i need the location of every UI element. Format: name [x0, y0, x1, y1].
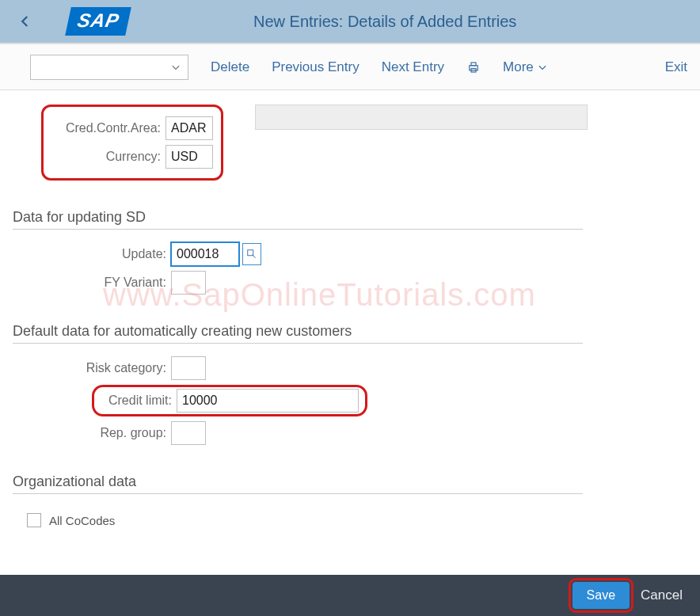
chevron-down-icon: [537, 62, 548, 73]
description-display: [255, 105, 588, 130]
print-button[interactable]: [466, 60, 481, 74]
section-default-title: Default data for automatically creating …: [13, 323, 583, 344]
toolbar: Delete Previous Entry Next Entry More Ex…: [0, 44, 700, 90]
section-sd-title: Data for updating SD: [13, 209, 583, 230]
fy-variant-label: FY Variant:: [10, 276, 171, 290]
footer-bar: Save Cancel: [0, 575, 700, 616]
more-button[interactable]: More: [503, 59, 548, 75]
chevron-left-icon: [18, 14, 32, 29]
currency-input[interactable]: [165, 145, 213, 169]
risk-category-label: Risk category:: [10, 361, 171, 375]
search-help-icon: [246, 249, 257, 260]
next-entry-button[interactable]: Next Entry: [382, 59, 444, 75]
currency-label: Currency:: [47, 150, 165, 164]
delete-button[interactable]: Delete: [211, 59, 249, 75]
back-button[interactable]: [11, 7, 40, 36]
print-icon: [466, 60, 481, 74]
rep-group-label: Rep. group:: [10, 426, 171, 440]
update-input[interactable]: [171, 242, 239, 266]
rep-group-input[interactable]: [171, 421, 206, 445]
view-selector[interactable]: [30, 55, 188, 80]
fy-variant-input[interactable]: [171, 271, 206, 295]
cred-area-label: Cred.Contr.Area:: [47, 121, 165, 135]
chevron-down-icon: [170, 62, 181, 73]
highlight-credit-limit: Credit limit:: [92, 385, 367, 416]
highlight-credit-area: Cred.Contr.Area: Currency:: [41, 105, 223, 181]
sap-logo: SAP: [65, 7, 131, 36]
credit-limit-input[interactable]: [177, 389, 359, 413]
cred-area-input[interactable]: [165, 116, 213, 140]
update-f4-button[interactable]: [242, 243, 261, 265]
previous-entry-button[interactable]: Previous Entry: [272, 59, 360, 75]
svg-rect-1: [471, 63, 476, 66]
all-cocodes-label: All CoCodes: [49, 514, 115, 527]
section-org-title: Organizational data: [13, 473, 583, 494]
content-area: www.SapOnlineTutorials.com Cred.Contr.Ar…: [0, 90, 700, 616]
more-label: More: [503, 59, 534, 75]
exit-button[interactable]: Exit: [665, 59, 687, 75]
page-title: New Entries: Details of Added Entries: [81, 13, 689, 31]
svg-rect-0: [470, 65, 478, 70]
update-label: Update:: [10, 247, 171, 261]
title-bar: SAP New Entries: Details of Added Entrie…: [0, 0, 700, 44]
credit-limit-label: Credit limit:: [97, 394, 177, 408]
cancel-button[interactable]: Cancel: [641, 587, 683, 603]
save-button[interactable]: Save: [573, 582, 630, 609]
all-cocodes-checkbox[interactable]: [27, 513, 41, 527]
risk-category-input[interactable]: [171, 356, 206, 380]
